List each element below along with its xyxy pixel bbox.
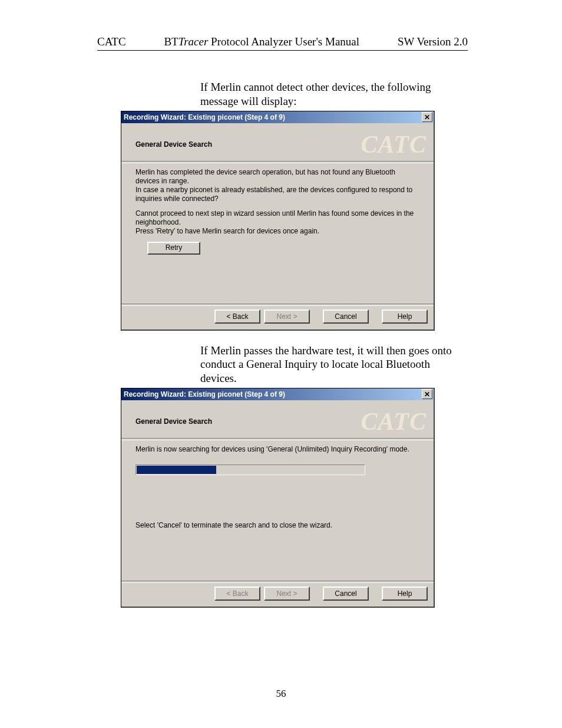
search-message: Merlin is now searching for devices usin… (135, 445, 419, 454)
intro-text-2: If Merlin passes the hardware test, it w… (200, 344, 468, 386)
dialog-title: Recording Wizard: Existing piconet (Step… (124, 390, 285, 398)
help-button[interactable]: Help (382, 587, 428, 601)
page-number: 56 (0, 688, 562, 700)
wizard-dialog-2: Recording Wizard: Existing piconet (Step… (121, 388, 435, 608)
header-title: BTTracer Protocol Analyzer User's Manual (164, 35, 359, 48)
button-row: < Back Next > Cancel Help (121, 583, 434, 607)
message-2: Cannot proceed to next step in wizard se… (135, 209, 419, 236)
back-button: < Back (214, 587, 260, 601)
header-left: CATC (97, 35, 126, 48)
cancel-button[interactable]: Cancel (323, 587, 369, 601)
next-button: Next > (264, 587, 310, 601)
progress-bar (135, 465, 365, 475)
intro-text-1: If Merlin cannot detect other devices, t… (200, 80, 468, 108)
next-button: Next > (264, 309, 310, 324)
close-icon[interactable]: ✕ (422, 389, 432, 399)
button-row: < Back Next > Cancel Help (121, 306, 434, 330)
header-right: SW Version 2.0 (398, 35, 468, 48)
titlebar: Recording Wizard: Existing piconet (Step… (121, 111, 434, 123)
help-button[interactable]: Help (382, 309, 428, 324)
message-1: Merlin has completed the device search o… (135, 168, 419, 203)
catc-watermark: CATC (361, 407, 427, 436)
catc-watermark: CATC (361, 130, 427, 159)
dialog-subhead: General Device Search (135, 417, 212, 426)
cancel-hint: Select 'Cancel' to terminate the search … (135, 521, 419, 530)
dialog-subhead: General Device Search (135, 140, 212, 149)
wizard-dialog-1: Recording Wizard: Existing piconet (Step… (121, 111, 435, 331)
back-button[interactable]: < Back (214, 309, 260, 324)
close-icon[interactable]: ✕ (422, 112, 432, 122)
dialog-title: Recording Wizard: Existing piconet (Step… (124, 113, 285, 121)
page-header: CATC BTTracer Protocol Analyzer User's M… (97, 35, 468, 51)
progress-fill (137, 466, 216, 474)
retry-button[interactable]: Retry (147, 242, 200, 255)
titlebar: Recording Wizard: Existing piconet (Step… (121, 388, 434, 400)
cancel-button[interactable]: Cancel (323, 309, 369, 324)
